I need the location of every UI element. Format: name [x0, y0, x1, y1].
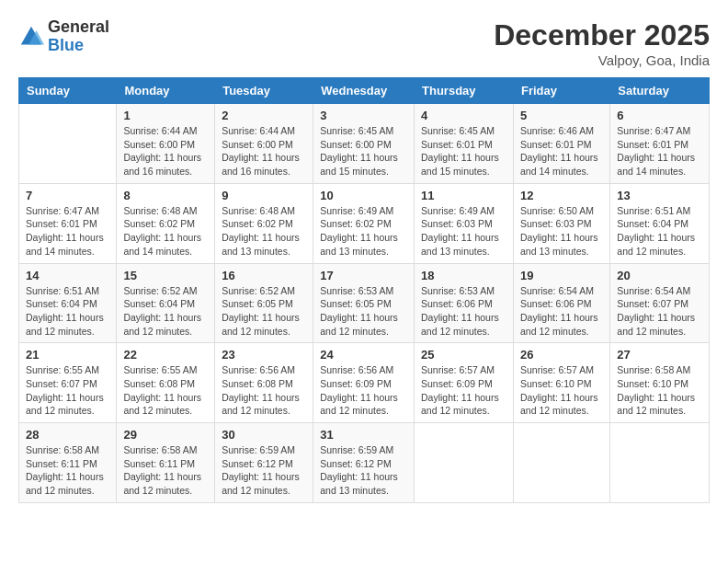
day-info-line: Sunset: 6:07 PM	[26, 378, 97, 389]
day-info: Sunrise: 6:55 AMSunset: 6:07 PMDaylight:…	[26, 363, 109, 418]
day-info-line: Sunrise: 6:57 AM	[520, 364, 594, 375]
day-info: Sunrise: 6:58 AMSunset: 6:11 PMDaylight:…	[26, 443, 109, 498]
calendar-cell: 16Sunrise: 6:52 AMSunset: 6:05 PMDayligh…	[215, 263, 313, 343]
calendar-cell: 2Sunrise: 6:44 AMSunset: 6:00 PMDaylight…	[215, 104, 313, 184]
day-info-line: Sunset: 6:01 PM	[26, 218, 97, 229]
calendar-cell: 22Sunrise: 6:55 AMSunset: 6:08 PMDayligh…	[117, 343, 215, 423]
day-info-line: Daylight: 11 hours and 13 minutes.	[320, 232, 398, 257]
day-info-line: Sunset: 6:11 PM	[26, 458, 97, 469]
day-info-line: Daylight: 11 hours and 12 minutes.	[222, 471, 300, 496]
day-number: 12	[520, 189, 603, 202]
day-info-line: Sunset: 6:12 PM	[222, 458, 293, 469]
day-info-line: Sunset: 6:02 PM	[123, 218, 195, 229]
calendar-cell: 27Sunrise: 6:58 AMSunset: 6:10 PMDayligh…	[610, 343, 710, 423]
day-info-line: Daylight: 11 hours and 12 minutes.	[320, 392, 398, 417]
day-number: 23	[222, 348, 306, 362]
calendar-cell: 10Sunrise: 6:49 AMSunset: 6:02 PMDayligh…	[313, 183, 415, 263]
calendar-table: SundayMondayTuesdayWednesdayThursdayFrid…	[18, 77, 710, 503]
day-info-line: Daylight: 11 hours and 14 minutes.	[26, 232, 104, 257]
day-info-line: Sunset: 6:01 PM	[520, 139, 592, 150]
day-info-line: Daylight: 11 hours and 12 minutes.	[123, 312, 201, 337]
day-info-line: Sunrise: 6:44 AM	[123, 125, 197, 136]
day-info-line: Sunrise: 6:54 AM	[520, 285, 594, 296]
calendar-cell: 12Sunrise: 6:50 AMSunset: 6:03 PMDayligh…	[513, 183, 609, 263]
day-number: 20	[617, 269, 702, 282]
day-info: Sunrise: 6:49 AMSunset: 6:02 PMDaylight:…	[320, 204, 407, 259]
day-info-line: Sunrise: 6:48 AM	[123, 205, 197, 216]
day-info-line: Sunrise: 6:54 AM	[617, 285, 690, 296]
day-info: Sunrise: 6:48 AMSunset: 6:02 PMDaylight:…	[222, 204, 306, 259]
day-info-line: Sunset: 6:05 PM	[320, 298, 392, 309]
day-info-line: Sunrise: 6:59 AM	[320, 444, 393, 455]
day-number: 19	[520, 269, 603, 282]
day-info-line: Sunrise: 6:47 AM	[617, 125, 690, 136]
week-row-5: 28Sunrise: 6:58 AMSunset: 6:11 PMDayligh…	[19, 423, 710, 503]
calendar-cell: 14Sunrise: 6:51 AMSunset: 6:04 PMDayligh…	[19, 263, 117, 343]
day-info-line: Daylight: 11 hours and 12 minutes.	[617, 232, 695, 257]
day-number: 14	[26, 269, 109, 282]
day-info: Sunrise: 6:56 AMSunset: 6:09 PMDaylight:…	[320, 363, 407, 418]
calendar-cell: 13Sunrise: 6:51 AMSunset: 6:04 PMDayligh…	[610, 183, 710, 263]
week-row-1: 1Sunrise: 6:44 AMSunset: 6:00 PMDaylight…	[19, 104, 710, 184]
day-info-line: Sunset: 6:08 PM	[222, 378, 293, 389]
page-header: General Blue December 2025 Valpoy, Goa, …	[18, 18, 710, 68]
day-info-line: Daylight: 11 hours and 14 minutes.	[617, 152, 695, 177]
day-info: Sunrise: 6:58 AMSunset: 6:10 PMDaylight:…	[617, 363, 702, 418]
day-info: Sunrise: 6:52 AMSunset: 6:04 PMDaylight:…	[123, 284, 208, 339]
calendar-cell: 1Sunrise: 6:44 AMSunset: 6:00 PMDaylight…	[117, 104, 215, 184]
day-info-line: Daylight: 11 hours and 12 minutes.	[520, 312, 598, 337]
day-info-line: Sunrise: 6:53 AM	[320, 285, 393, 296]
logo-blue: Blue	[48, 37, 109, 55]
day-info-line: Sunrise: 6:51 AM	[26, 285, 99, 296]
day-number: 13	[617, 189, 702, 202]
day-number: 17	[320, 269, 407, 282]
day-info-line: Sunrise: 6:53 AM	[421, 285, 495, 296]
day-info-line: Sunset: 6:09 PM	[320, 378, 392, 389]
title-block: December 2025 Valpoy, Goa, India	[494, 18, 710, 68]
calendar-cell: 17Sunrise: 6:53 AMSunset: 6:05 PMDayligh…	[313, 263, 415, 343]
calendar-cell: 7Sunrise: 6:47 AMSunset: 6:01 PMDaylight…	[19, 183, 117, 263]
day-info-line: Sunrise: 6:55 AM	[26, 364, 99, 375]
day-info-line: Sunrise: 6:44 AM	[222, 125, 295, 136]
day-info-line: Daylight: 11 hours and 12 minutes.	[617, 392, 695, 417]
calendar-cell: 5Sunrise: 6:46 AMSunset: 6:01 PMDaylight…	[513, 104, 609, 184]
day-number: 15	[123, 269, 208, 282]
day-info-line: Sunset: 6:10 PM	[617, 378, 688, 389]
weekday-header-monday: Monday	[117, 78, 215, 104]
day-info-line: Sunset: 6:00 PM	[320, 139, 392, 150]
day-info-line: Daylight: 11 hours and 12 minutes.	[320, 312, 398, 337]
day-info: Sunrise: 6:45 AMSunset: 6:00 PMDaylight:…	[320, 124, 407, 178]
day-info-line: Sunset: 6:00 PM	[222, 139, 293, 150]
calendar-cell: 26Sunrise: 6:57 AMSunset: 6:10 PMDayligh…	[513, 343, 609, 423]
day-info-line: Daylight: 11 hours and 12 minutes.	[123, 392, 201, 417]
day-info: Sunrise: 6:57 AMSunset: 6:09 PMDaylight:…	[421, 363, 506, 418]
day-info-line: Sunset: 6:05 PM	[222, 298, 293, 309]
day-info-line: Daylight: 11 hours and 13 minutes.	[520, 232, 598, 257]
day-info-line: Sunrise: 6:45 AM	[421, 125, 495, 136]
day-info-line: Daylight: 11 hours and 12 minutes.	[222, 312, 300, 337]
day-info: Sunrise: 6:47 AMSunset: 6:01 PMDaylight:…	[617, 124, 702, 178]
calendar-cell: 24Sunrise: 6:56 AMSunset: 6:09 PMDayligh…	[313, 343, 415, 423]
calendar-cell: 29Sunrise: 6:58 AMSunset: 6:11 PMDayligh…	[117, 423, 215, 503]
calendar-cell: 3Sunrise: 6:45 AMSunset: 6:00 PMDaylight…	[313, 104, 415, 184]
calendar-cell: 30Sunrise: 6:59 AMSunset: 6:12 PMDayligh…	[215, 423, 313, 503]
day-info-line: Sunset: 6:11 PM	[123, 458, 195, 469]
day-info: Sunrise: 6:47 AMSunset: 6:01 PMDaylight:…	[26, 204, 109, 259]
day-info: Sunrise: 6:55 AMSunset: 6:08 PMDaylight:…	[123, 363, 208, 418]
day-info-line: Sunrise: 6:48 AM	[222, 205, 295, 216]
day-info-line: Sunset: 6:02 PM	[222, 218, 293, 229]
day-info-line: Daylight: 11 hours and 12 minutes.	[617, 312, 695, 337]
day-info-line: Sunrise: 6:51 AM	[617, 205, 690, 216]
day-info-line: Daylight: 11 hours and 15 minutes.	[421, 152, 499, 177]
day-info-line: Sunset: 6:07 PM	[617, 298, 688, 309]
calendar-cell: 23Sunrise: 6:56 AMSunset: 6:08 PMDayligh…	[215, 343, 313, 423]
day-info-line: Sunset: 6:04 PM	[26, 298, 97, 309]
day-info: Sunrise: 6:53 AMSunset: 6:05 PMDaylight:…	[320, 284, 407, 339]
week-row-4: 21Sunrise: 6:55 AMSunset: 6:07 PMDayligh…	[19, 343, 710, 423]
weekday-header-wednesday: Wednesday	[313, 78, 415, 104]
day-info-line: Daylight: 11 hours and 13 minutes.	[421, 232, 499, 257]
day-info-line: Sunrise: 6:58 AM	[617, 364, 690, 375]
day-number: 31	[320, 428, 407, 442]
day-info-line: Sunrise: 6:52 AM	[123, 285, 197, 296]
logo-text: General Blue	[48, 18, 109, 55]
